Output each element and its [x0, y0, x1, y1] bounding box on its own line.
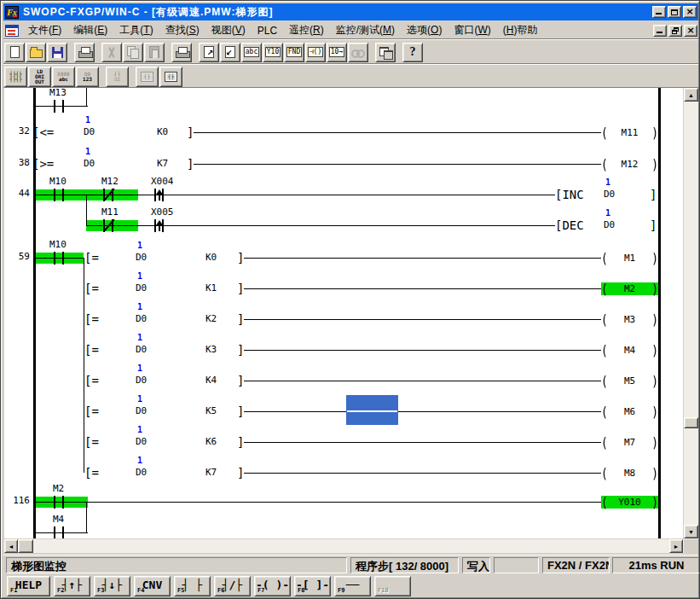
ladder-coil-M1[interactable]: (M1): [601, 252, 658, 265]
device-convert-button[interactable]: 10→: [327, 43, 347, 62]
menu-item-0[interactable]: 文件(F): [22, 21, 67, 39]
fkey-f9-button[interactable]: ──F9: [334, 576, 371, 596]
fkey-f8-button[interactable]: -[ ]-F8: [294, 576, 331, 596]
ladder-coil-M6[interactable]: (M6): [601, 405, 658, 418]
menu-item-3[interactable]: 查找(S): [159, 21, 205, 39]
fkey-f2-button[interactable]: ┤↑├F2: [54, 576, 90, 596]
ladder-contact-no[interactable]: [54, 252, 64, 265]
ladder-contact-pulse[interactable]: [154, 219, 164, 232]
vertical-scrollbar[interactable]: ▲ ▼: [684, 88, 698, 539]
mdi-restore-button[interactable]: [668, 25, 682, 37]
instruction-view-button[interactable]: LDORIOUT: [28, 67, 51, 87]
menu-bar: 文件(F)编辑(E)工具(T)查找(S)视图(V)PLC遥控(R)监控/测试(M…: [3, 22, 698, 39]
ladder-wire: [244, 442, 601, 443]
operand-text: K2: [205, 314, 217, 324]
device-comment-view-button[interactable]: X000abc: [52, 67, 75, 87]
instruction-text: [=: [84, 404, 99, 418]
print-monitor-button[interactable]: [171, 43, 192, 62]
ladder-wire-highlight: [347, 410, 397, 412]
fkey-f1-button[interactable]: HELPF1: [7, 576, 50, 596]
window-switch-button[interactable]: [375, 43, 396, 62]
instruction-text: ]: [237, 374, 244, 387]
fkey-f4-button[interactable]: CNVF4: [134, 576, 171, 596]
minimize-button[interactable]: [652, 6, 666, 18]
mdi-minimize-icon: [657, 32, 662, 33]
ladder-contact-nc[interactable]: [103, 189, 113, 201]
monitor-value: 1: [85, 147, 90, 156]
scroll-right-button[interactable]: ►: [669, 539, 683, 553]
fkey-f3-button[interactable]: ┤↓├F3: [94, 576, 130, 596]
menu-item-8[interactable]: 选项(O): [401, 21, 448, 39]
ladder-coil-M7[interactable]: (M7): [601, 436, 658, 449]
menu-item-10[interactable]: (H)帮助: [497, 21, 544, 39]
ladder-contact-no[interactable]: [54, 100, 64, 113]
help-button[interactable]: ?: [402, 43, 423, 62]
coil-list-button[interactable]: Y10: [263, 43, 283, 62]
menu-item-9[interactable]: 窗口(W): [448, 21, 496, 39]
device-comment-button[interactable]: abc: [241, 43, 262, 62]
maximize-button[interactable]: [668, 6, 681, 18]
paste-button: [144, 43, 165, 62]
function-key-bar: HELPF1┤↑├F2┤↓├F3CNVF4┤ ├F5┤/├F6-( )-F7-[…: [3, 574, 698, 598]
ladder-contact-nc[interactable]: [103, 219, 113, 232]
page-out-button[interactable]: [199, 43, 219, 62]
page-out-icon: [204, 46, 214, 58]
ladder-wire: [244, 258, 601, 259]
instruction-text: [=: [84, 312, 99, 326]
menu-item-7[interactable]: 监控/测试(M): [330, 21, 401, 39]
close-button[interactable]: ×: [683, 6, 697, 18]
horizontal-scrollbar[interactable]: ◄ ►: [4, 539, 684, 553]
menu-item-2[interactable]: 工具(T): [113, 21, 159, 39]
fkey-f6-button[interactable]: ┤/├F6: [214, 576, 251, 596]
save-button[interactable]: [47, 43, 67, 62]
app-icon[interactable]: Fx: [5, 6, 19, 19]
instruction-text: [DEC: [555, 218, 584, 232]
scroll-left-button[interactable]: ◄: [4, 539, 18, 553]
ladder-coil-M3[interactable]: (M3): [601, 313, 658, 326]
ladder-canvas[interactable]: 32384459116M13M10M12X004M11X005M10M2M4[<…: [4, 88, 683, 538]
menu-item-1[interactable]: 编辑(E): [67, 21, 113, 39]
ladder-wire: [244, 350, 601, 351]
new-button[interactable]: [4, 43, 25, 62]
monitor-value: 1: [137, 333, 142, 342]
ladder-view-button[interactable]: ┤├┤├┤├┤├: [4, 67, 27, 87]
instruction-list-button[interactable]: FND: [284, 43, 304, 62]
ladder-contact-no[interactable]: [54, 526, 64, 538]
print-button[interactable]: [74, 43, 95, 62]
ladder-contact-no[interactable]: [54, 189, 64, 201]
coil-label: M3: [608, 315, 651, 325]
mdi-close-button[interactable]: ×: [684, 25, 697, 37]
coil-label: M7: [608, 438, 651, 448]
ladder-coil-M2[interactable]: (M2): [601, 282, 658, 295]
fkey-f5-button[interactable]: ┤ ├F5: [174, 576, 211, 596]
ladder-coil-M12[interactable]: (M12): [601, 158, 658, 171]
register-value-view-button[interactable]: D0123: [76, 67, 99, 87]
ladder-coil-M8[interactable]: (M8): [601, 467, 658, 480]
scroll-up-button[interactable]: ▲: [684, 88, 698, 102]
vertical-scroll-thumb[interactable]: [684, 417, 698, 428]
monitor-value: 1: [605, 177, 610, 187]
used-device-list-button[interactable]: ⊣(): [305, 43, 326, 62]
instruction-text: [INC: [555, 188, 584, 201]
page-in-button[interactable]: [220, 43, 240, 62]
menu-item-6[interactable]: 遥控(R): [283, 21, 330, 39]
ladder-contact-no[interactable]: [54, 496, 64, 509]
ladder-coil-Y010[interactable]: (Y010): [601, 496, 658, 509]
fkey-f7-button[interactable]: -( )-F7: [254, 576, 291, 596]
monitor-start-button[interactable]: ┤├: [159, 67, 182, 87]
operand-text: K1: [205, 283, 217, 294]
menu-item-4[interactable]: 视图(V): [205, 21, 252, 39]
ladder-coil-M11[interactable]: (M11): [601, 126, 658, 139]
operand-text: D0: [604, 189, 615, 200]
ladder-contact-pulse[interactable]: [154, 189, 164, 201]
menu-item-5[interactable]: PLC: [252, 23, 283, 38]
instruction-text: ]: [237, 435, 244, 449]
ladder-coil-M5[interactable]: (M5): [601, 375, 658, 387]
ladder-coil-M4[interactable]: (M4): [601, 344, 658, 357]
open-button[interactable]: [26, 43, 46, 62]
document-icon[interactable]: [5, 25, 19, 37]
mdi-minimize-button[interactable]: [653, 25, 667, 37]
status-spare: [494, 557, 539, 573]
scroll-down-button[interactable]: ▼: [684, 525, 698, 538]
horizontal-scroll-thumb[interactable]: [18, 539, 33, 553]
